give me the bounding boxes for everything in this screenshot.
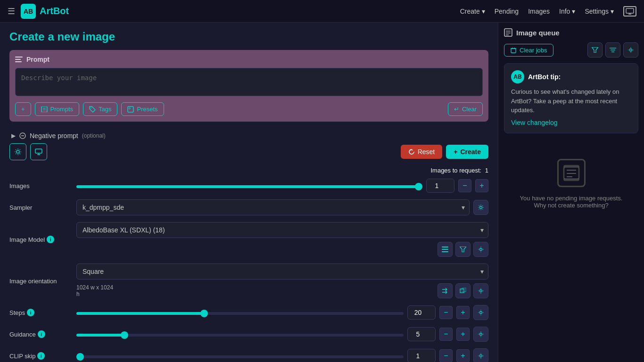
reset-button[interactable]: Reset	[401, 145, 443, 159]
svg-point-9	[91, 107, 91, 108]
sampler-select[interactable]: k_dpmpp_sde k_euler k_euler_a k_dpm_2 k_…	[76, 199, 470, 215]
clear-jobs-button[interactable]: Clear jobs	[504, 44, 553, 57]
sampler-label: Sampler	[9, 204, 71, 211]
orientation-dims: 1024 w x 1024 h	[76, 284, 114, 297]
menu-icon[interactable]: ☰	[8, 6, 15, 16]
app-name: ArtBot	[40, 6, 69, 16]
svg-rect-5	[15, 61, 22, 62]
sampler-content: k_dpmpp_sde k_euler k_euler_a k_dpm_2 k_…	[76, 199, 488, 215]
presets-button[interactable]: Presets	[121, 102, 164, 116]
queue-top-row: Clear jobs	[504, 42, 638, 58]
guidance-increment[interactable]: +	[456, 328, 470, 341]
svg-point-50	[630, 49, 632, 51]
tip-box: AB ArtBot tip: Curious to see what's cha…	[504, 63, 638, 133]
view-changelog-link[interactable]: View changelog	[511, 119, 558, 126]
guidance-slider[interactable]	[76, 334, 404, 337]
svg-rect-6	[41, 107, 47, 112]
orientation-bottom: 1024 w x 1024 h	[76, 283, 488, 298]
images-slider[interactable]	[76, 185, 422, 188]
display-icon-button[interactable]	[30, 143, 47, 160]
prompt-textarea[interactable]	[15, 68, 483, 96]
tags-button[interactable]: Tags	[83, 102, 117, 116]
images-increment[interactable]: +	[475, 179, 488, 192]
steps-number-input[interactable]	[407, 305, 436, 320]
orientation-settings-button[interactable]	[473, 283, 488, 298]
queue-filter-button[interactable]	[587, 42, 603, 58]
sampler-setting: Sampler k_dpmpp_sde k_euler k_euler_a k_…	[9, 199, 488, 215]
steps-increment[interactable]: +	[456, 306, 470, 319]
chevron-right-icon: ▶	[11, 132, 16, 139]
image-model-info-badge[interactable]: i	[47, 236, 54, 243]
add-button[interactable]: +	[15, 102, 31, 116]
clip-skip-info-badge[interactable]: i	[37, 352, 45, 360]
images-label: Images	[9, 182, 71, 189]
image-queue-header: Image queue	[504, 28, 638, 37]
tip-avatar: AB	[511, 70, 524, 83]
image-model-content: AlbedoBase XL (SDXL) (18) Stable Diffusi…	[76, 222, 488, 257]
orientation-ratio-button[interactable]	[455, 283, 471, 298]
svg-rect-20	[442, 249, 448, 250]
svg-point-18	[480, 206, 482, 209]
svg-rect-3	[15, 57, 23, 58]
main-layout: Create a new image Prompt +	[0, 23, 644, 362]
nav-pending[interactable]: Pending	[495, 8, 519, 15]
nav-images[interactable]: Images	[528, 8, 550, 15]
clear-prompt-button[interactable]: ↵ Clear	[448, 102, 483, 116]
page-title: Create a new image	[9, 30, 488, 43]
clip-skip-settings-button[interactable]	[473, 348, 488, 362]
steps-label: Steps i	[9, 309, 71, 316]
queue-sort-button[interactable]	[605, 42, 620, 58]
image-queue-title: Image queue	[516, 29, 560, 37]
guidance-decrement[interactable]: −	[439, 328, 453, 341]
images-decrement[interactable]: −	[458, 179, 471, 192]
nav-settings[interactable]: Settings ▾	[585, 8, 614, 15]
svg-rect-51	[564, 167, 579, 179]
model-filter-button[interactable]	[455, 242, 471, 257]
clip-skip-increment[interactable]: +	[456, 349, 470, 362]
negative-prompt-label: Negative prompt	[30, 132, 78, 140]
create-button[interactable]: + Create	[446, 145, 488, 159]
orientation-select-wrapper: Square Portrait Landscape Custom ▾	[76, 263, 488, 280]
guidance-label: Guidance i	[9, 330, 71, 338]
steps-setting: Steps i − +	[9, 305, 488, 320]
image-model-select[interactable]: AlbedoBase XL (SDXL) (18) Stable Diffusi…	[76, 222, 488, 238]
svg-rect-19	[442, 247, 448, 247]
model-settings-button[interactable]	[473, 242, 488, 257]
negative-prompt-row[interactable]: ▶ Negative prompt (optional)	[9, 128, 488, 143]
clip-skip-slider[interactable]	[76, 355, 404, 358]
image-orientation-setting: Image orientation Square Portrait Landsc…	[9, 263, 488, 298]
guidance-info-badge[interactable]: i	[38, 330, 45, 338]
left-panel: Create a new image Prompt +	[0, 23, 498, 362]
steps-info-badge[interactable]: i	[27, 309, 34, 316]
orientation-shuffle-button[interactable]	[438, 283, 453, 298]
nav-create[interactable]: Create ▾	[460, 8, 485, 15]
app-logo[interactable]: AB ArtBot	[21, 4, 69, 19]
steps-settings-button[interactable]	[473, 305, 488, 320]
monitor-icon[interactable]	[623, 6, 636, 16]
prompts-button[interactable]: Prompts	[35, 102, 79, 116]
model-list-button[interactable]	[438, 242, 453, 257]
steps-decrement[interactable]: −	[439, 306, 453, 319]
guidance-settings-button[interactable]	[473, 327, 488, 342]
steps-slider[interactable]	[76, 312, 404, 315]
guidance-content: − +	[76, 327, 488, 342]
guidance-number-input[interactable]	[407, 327, 436, 341]
steps-slider-container	[76, 309, 404, 316]
sampler-settings-button[interactable]	[473, 200, 488, 215]
images-slider-container	[76, 182, 422, 189]
prompt-actions-right: ↵ Clear	[448, 102, 483, 116]
logo-image: AB	[21, 4, 36, 19]
images-number-input[interactable]	[426, 179, 454, 193]
model-actions	[76, 242, 488, 257]
image-orientation-label: Image orientation	[9, 278, 71, 285]
settings-icon-button[interactable]	[9, 143, 26, 160]
queue-settings-button[interactable]	[623, 42, 638, 58]
orientation-select[interactable]: Square Portrait Landscape Custom	[76, 263, 488, 280]
clip-skip-number-input[interactable]	[407, 349, 436, 362]
clip-skip-setting: CLIP skip i − +	[9, 348, 488, 362]
nav-info[interactable]: Info ▾	[559, 8, 575, 15]
clip-skip-content: − +	[76, 348, 488, 362]
clip-skip-decrement[interactable]: −	[439, 349, 453, 362]
orientation-actions	[117, 283, 488, 298]
svg-rect-42	[511, 49, 516, 53]
